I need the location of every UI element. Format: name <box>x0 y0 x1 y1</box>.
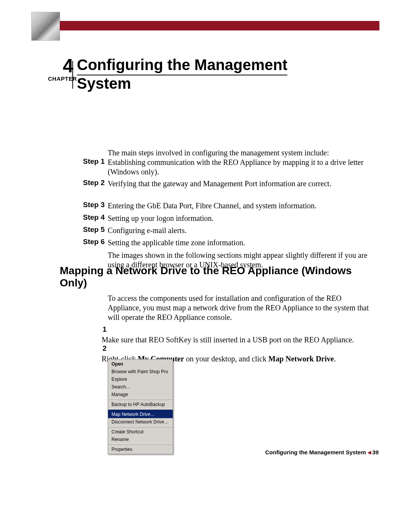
chapter-title: Configuring the Management System <box>77 57 370 91</box>
step-text: Establishing communication with the REO … <box>108 158 370 177</box>
step-text: Entering the GbE Data Port, Fibre Channe… <box>108 201 370 211</box>
context-menu-item-browse[interactable]: Browse with Paint Shop Pro <box>108 368 173 375</box>
step-label: Step 3 <box>83 201 106 208</box>
context-menu-item-open[interactable]: Open <box>108 359 173 368</box>
step-label: Step 4 <box>83 214 106 221</box>
step-label: Step 6 <box>83 238 106 245</box>
context-menu-item-explore[interactable]: Explore <box>108 375 173 383</box>
intro-text: The main steps involved in configuring t… <box>108 148 374 158</box>
context-menu-item-rename[interactable]: Rename <box>108 436 173 444</box>
step-row: Step 2 Verifying that the gateway and Ma… <box>83 179 376 189</box>
context-menu-item-manage[interactable]: Manage <box>108 391 173 399</box>
section-heading: Mapping a Network Drive to the REO Appli… <box>60 265 376 289</box>
header-image <box>31 12 60 41</box>
chapter-number: 4 <box>63 56 73 75</box>
page: 4 CHAPTER Configuring the Management Sys… <box>0 0 411 532</box>
numbered-step-text: Make sure that REO SoftKey is still inse… <box>102 335 364 345</box>
step-row: Step 4 Setting up your logon information… <box>83 214 376 223</box>
context-menu: Open Browse with Paint Shop Pro Explore … <box>108 359 173 454</box>
step-row: Step 1 Establishing communication with t… <box>83 158 376 177</box>
step-text: Setting up your logon information. <box>108 214 370 223</box>
step-row: Step 5 Configuring e-mail alerts. <box>83 226 376 235</box>
context-menu-item-shortcut[interactable]: Create Shortcut <box>108 427 173 436</box>
section-para: To access the components used for instal… <box>108 294 373 323</box>
step-label: Step 2 <box>83 179 106 186</box>
context-menu-item-search[interactable]: Search… <box>108 383 173 391</box>
context-menu-item-disconnect[interactable]: Disconnect Network Drive… <box>108 418 173 427</box>
context-menu-item-backup[interactable]: Backup to HP AutoBackup <box>108 400 173 409</box>
step-text: Verifying that the gateway and Managemen… <box>108 179 370 189</box>
numbered-step: 1 Make sure that REO SoftKey is still in… <box>99 326 373 345</box>
numbered-step-num: 2 <box>99 345 107 352</box>
numbered-step-num: 1 <box>99 326 107 333</box>
footer: Configuring the Management System ◀ 39 <box>0 449 379 455</box>
text-span: on your desktop, and click <box>184 355 269 363</box>
footer-title: Configuring the Management System <box>265 449 366 455</box>
triangle-icon: ◀ <box>368 450 372 455</box>
chapter-rule <box>72 61 73 89</box>
footer-page: 39 <box>372 449 379 455</box>
chapter-title-line2: System <box>77 75 131 92</box>
bold-text: Map Network Drive <box>268 355 334 363</box>
step-text: Setting the applicable time zone informa… <box>108 238 370 248</box>
chapter-title-line1: Configuring the Management <box>77 57 287 75</box>
step-text: Configuring e-mail alerts. <box>108 226 370 235</box>
context-menu-item-map[interactable]: Map Network Drive… <box>108 410 173 418</box>
header-bar <box>60 21 379 30</box>
step-row: Step 3 Entering the GbE Data Port, Fibre… <box>83 201 376 211</box>
text-span: . <box>334 355 336 363</box>
step-label: Step 5 <box>83 226 106 233</box>
step-row: Step 6 Setting the applicable time zone … <box>83 238 376 248</box>
step-label: Step 1 <box>83 158 106 165</box>
